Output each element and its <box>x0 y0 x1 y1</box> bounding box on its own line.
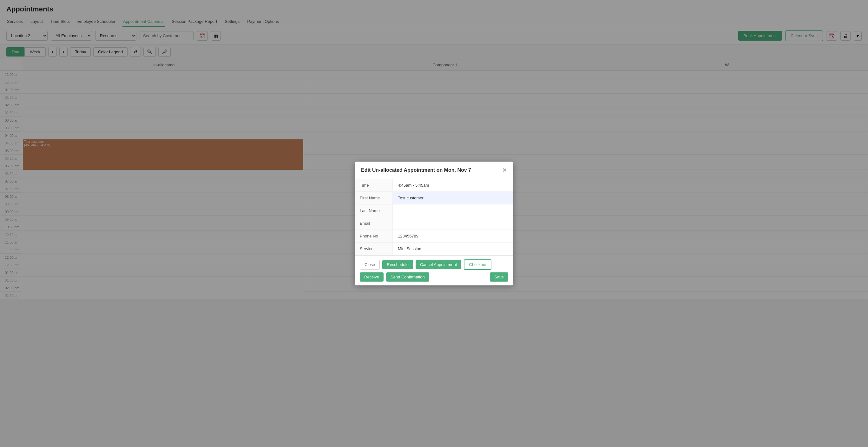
edit-appointment-modal: Edit Un-allocated Appointment on Mon, No… <box>355 161 513 286</box>
service-label: Service <box>355 243 393 255</box>
email-label: Email <box>355 217 393 230</box>
firstname-value[interactable]: Test customer <box>393 192 513 204</box>
reschedule-button[interactable]: Reschedule <box>382 260 413 269</box>
checkout-button[interactable]: Checkout <box>464 259 491 270</box>
modal-title: Edit Un-allocated Appointment on Mon, No… <box>361 167 471 173</box>
receive-button[interactable]: Receive <box>360 272 383 281</box>
time-label: Time <box>355 179 393 191</box>
close-button[interactable]: Close <box>360 260 380 270</box>
phone-value[interactable]: 123456789 <box>393 230 513 242</box>
form-row-email: Email <box>355 217 513 230</box>
form-row-firstname: First Name Test customer <box>355 192 513 204</box>
modal-footer: Close Reschedule Cancel Appointment Chec… <box>355 255 513 286</box>
lastname-label: Last Name <box>355 204 393 217</box>
save-button[interactable]: Save <box>490 272 508 281</box>
modal-body: Time 4:45am - 5:45am First Name Test cus… <box>355 179 513 255</box>
form-row-lastname: Last Name <box>355 204 513 217</box>
phone-label: Phone No <box>355 230 393 242</box>
modal-overlay[interactable]: Edit Un-allocated Appointment on Mon, No… <box>0 0 868 299</box>
time-value: 4:45am - 5:45am <box>393 179 513 191</box>
cancel-appointment-button[interactable]: Cancel Appointment <box>415 260 461 269</box>
form-row-phone: Phone No 123456789 <box>355 230 513 243</box>
send-confirmation-button[interactable]: Send Confirmation <box>386 272 429 281</box>
lastname-value[interactable] <box>393 204 513 217</box>
service-value[interactable]: Mini Session <box>393 243 513 255</box>
firstname-label: First Name <box>355 192 393 204</box>
modal-close-button[interactable]: ✕ <box>502 167 507 174</box>
email-value[interactable] <box>393 217 513 230</box>
form-row-time: Time 4:45am - 5:45am <box>355 179 513 192</box>
form-row-service: Service Mini Session <box>355 243 513 255</box>
modal-header: Edit Un-allocated Appointment on Mon, No… <box>355 161 513 179</box>
